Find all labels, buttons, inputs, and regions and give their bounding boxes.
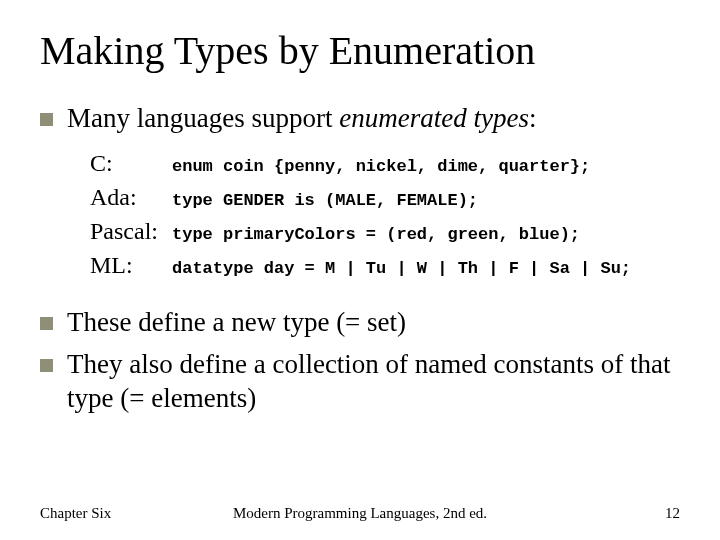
code-row: ML: datatype day = M | Tu | W | Th | F |… xyxy=(90,248,680,282)
footer-right: 12 xyxy=(665,505,680,522)
bullet-item: Many languages support enumerated types: xyxy=(40,102,680,136)
code-block: C: enum coin {penny, nickel, dime, quart… xyxy=(90,146,680,282)
footer-center: Modern Programming Languages, 2nd ed. xyxy=(40,505,680,522)
bullet-item: They also define a collection of named c… xyxy=(40,348,680,416)
slide-footer: Chapter Six Modern Programming Languages… xyxy=(40,505,680,522)
footer-left: Chapter Six xyxy=(40,505,111,522)
code-lang-label: Ada: xyxy=(90,180,172,214)
bullet-icon xyxy=(40,359,53,372)
bullet-icon xyxy=(40,317,53,330)
text-run: Many languages support xyxy=(67,103,339,133)
code-text: type GENDER is (MALE, FEMALE); xyxy=(172,189,478,213)
bullet-text: They also define a collection of named c… xyxy=(67,348,680,416)
code-row: Pascal: type primaryColors = (red, green… xyxy=(90,214,680,248)
bullet-item: These define a new type (= set) xyxy=(40,306,680,340)
bullet-icon xyxy=(40,113,53,126)
bullet-text: Many languages support enumerated types: xyxy=(67,102,680,136)
code-row: Ada: type GENDER is (MALE, FEMALE); xyxy=(90,180,680,214)
code-lang-label: ML: xyxy=(90,248,172,282)
code-text: type primaryColors = (red, green, blue); xyxy=(172,223,580,247)
code-text: datatype day = M | Tu | W | Th | F | Sa … xyxy=(172,257,631,281)
code-text: enum coin {penny, nickel, dime, quarter}… xyxy=(172,155,590,179)
text-run: : xyxy=(529,103,537,133)
code-row: C: enum coin {penny, nickel, dime, quart… xyxy=(90,146,680,180)
text-run-italic: enumerated types xyxy=(339,103,529,133)
slide-body: Many languages support enumerated types:… xyxy=(40,102,680,415)
slide-title: Making Types by Enumeration xyxy=(40,28,680,74)
code-lang-label: C: xyxy=(90,146,172,180)
code-lang-label: Pascal: xyxy=(90,214,172,248)
slide: Making Types by Enumeration Many languag… xyxy=(0,0,720,540)
bullet-text: These define a new type (= set) xyxy=(67,306,680,340)
